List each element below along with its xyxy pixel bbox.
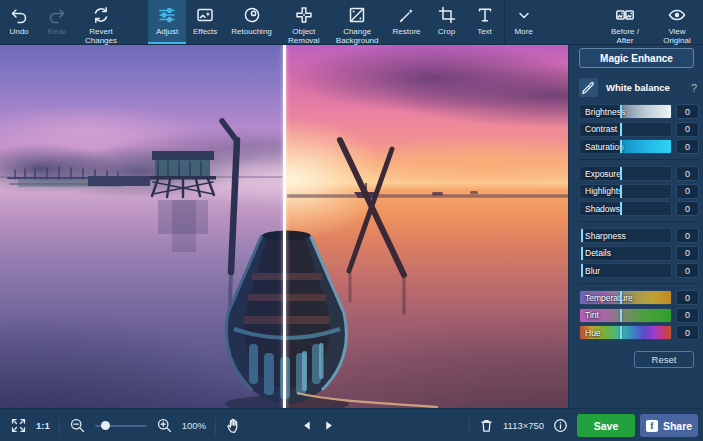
zoom-slider-knob[interactable] (101, 421, 110, 430)
facebook-icon: f (646, 420, 658, 432)
hue-slider-marker[interactable] (620, 326, 622, 339)
details-slider-row: Details0 (579, 246, 699, 261)
toolbar-view-original-button[interactable]: View Original (651, 0, 703, 44)
temperature-slider-marker[interactable] (620, 291, 622, 304)
toolbar-before-after-button[interactable]: Before / After (599, 0, 651, 44)
undo-icon (9, 5, 29, 25)
shadows-slider-row: Shadows0 (579, 201, 699, 216)
save-button[interactable]: Save (577, 414, 635, 437)
contrast-slider-marker[interactable] (620, 123, 622, 136)
white-balance-eyedropper-button[interactable] (579, 78, 598, 97)
exposure-slider[interactable]: Exposure (579, 166, 672, 181)
highlights-slider[interactable]: Highlights (579, 184, 672, 199)
delete-image-button[interactable] (478, 417, 495, 434)
magic-enhance-button[interactable]: Magic Enhance (579, 48, 694, 68)
toolbar-change-background-label: Change Background (336, 27, 379, 45)
shadows-slider[interactable]: Shadows (579, 201, 672, 216)
contrast-slider-row: Contrast0 (579, 122, 699, 137)
sharpness-slider[interactable]: Sharpness (579, 228, 672, 243)
brightness-slider-marker[interactable] (620, 105, 622, 118)
tint-value-box[interactable]: 0 (676, 308, 699, 323)
contrast-slider[interactable]: Contrast (579, 122, 672, 137)
contrast-value-box[interactable]: 0 (676, 122, 699, 137)
highlights-slider-marker[interactable] (620, 185, 622, 198)
saturation-slider-marker[interactable] (620, 140, 622, 153)
shadows-slider-marker[interactable] (620, 202, 622, 215)
toolbar-more-button[interactable]: More (505, 0, 543, 44)
share-button[interactable]: f Share (640, 414, 698, 437)
object-removal-icon (294, 5, 314, 25)
status-bar: 1:1 100% 1113×750 Save f Share (0, 408, 703, 441)
toolbar-redo-button[interactable]: Redo (38, 0, 76, 44)
toolbar-undo-button[interactable]: Undo (0, 0, 38, 44)
hue-slider[interactable]: Hue (579, 325, 672, 340)
toolbar-adjust-button[interactable]: Adjust (148, 0, 186, 44)
brightness-slider[interactable]: Brightness (579, 104, 672, 119)
toolbar-text-button[interactable]: Text (466, 0, 504, 44)
toolbar-revert-changes-button[interactable]: Revert Changes (76, 0, 126, 44)
shadows-value-box[interactable]: 0 (676, 201, 699, 216)
toolbar-effects-label: Effects (193, 27, 217, 36)
photo-canvas[interactable] (0, 45, 568, 408)
white-balance-row: White balance ? (579, 78, 699, 97)
toolbar-retouching-button[interactable]: Retouching (224, 0, 278, 44)
toolbar-retouching-label: Retouching (231, 27, 271, 36)
brightness-value-box[interactable]: 0 (676, 104, 699, 119)
details-slider[interactable]: Details (579, 246, 672, 261)
slider-group-3: Sharpness0Details0Blur0 (579, 221, 699, 278)
reset-row: Reset (579, 351, 694, 368)
zoom-in-button[interactable] (156, 417, 173, 434)
hue-value-box[interactable]: 0 (676, 325, 699, 340)
actual-size-button[interactable]: 1:1 (36, 420, 50, 431)
action-buttons: Save f Share (577, 409, 698, 441)
toolbar-restore-button[interactable]: Restore (386, 0, 428, 44)
toolbar-effects-button[interactable]: Effects (186, 0, 224, 44)
toolbar-spacer (126, 0, 148, 44)
highlights-value-box[interactable]: 0 (676, 184, 699, 199)
zoom-controls: 1:1 100% (10, 409, 242, 441)
details-value-box[interactable]: 0 (676, 246, 699, 261)
blur-label: Blur (585, 266, 600, 276)
before-after-divider[interactable] (283, 45, 286, 408)
next-arrow-icon (321, 418, 336, 433)
blur-slider[interactable]: Blur (579, 263, 672, 278)
tint-slider[interactable]: Tint (579, 308, 672, 323)
sharpness-slider-marker[interactable] (581, 229, 583, 242)
toolbar-object-removal-button[interactable]: Object Removal (279, 0, 329, 44)
hand-tool-button[interactable] (225, 417, 242, 434)
zoom-out-button[interactable] (69, 417, 86, 434)
exposure-value-box[interactable]: 0 (676, 166, 699, 181)
temperature-slider[interactable]: Temperature (579, 290, 672, 305)
image-info-button[interactable] (552, 417, 569, 434)
toolbar-before-after-label: Before / After (611, 27, 639, 45)
highlights-label: Highlights (585, 186, 622, 196)
details-slider-marker[interactable] (581, 247, 583, 260)
separator (469, 417, 470, 435)
blur-value-box[interactable]: 0 (676, 263, 699, 278)
adjust-panel: Magic Enhance White balance ? Brightness… (568, 45, 703, 408)
reset-button[interactable]: Reset (634, 351, 694, 368)
fit-to-screen-button[interactable] (10, 417, 27, 434)
slider-group-1: Brightness0Contrast0Saturation0 (579, 101, 699, 154)
exposure-slider-row: Exposure0 (579, 166, 699, 181)
sharpness-value-box[interactable]: 0 (676, 228, 699, 243)
toolbar-redo-label: Redo (47, 27, 66, 36)
zoom-slider[interactable] (95, 420, 147, 432)
toolbar-change-background-button[interactable]: Change Background (329, 0, 386, 44)
temperature-value-box[interactable]: 0 (676, 290, 699, 305)
exposure-slider-marker[interactable] (620, 167, 622, 180)
toolbar-undo-label: Undo (9, 27, 28, 36)
info-icon (552, 417, 569, 434)
toolbar-revert-changes-label: Revert Changes (85, 27, 117, 45)
saturation-slider[interactable]: Saturation (579, 139, 672, 154)
next-image-button[interactable] (321, 418, 336, 433)
previous-image-button[interactable] (300, 418, 315, 433)
saturation-value-box[interactable]: 0 (676, 139, 699, 154)
toolbar-crop-button[interactable]: Crop (428, 0, 466, 44)
image-dimensions: 1113×750 (503, 420, 544, 431)
crop-icon (437, 5, 457, 25)
tint-slider-marker[interactable] (620, 309, 622, 322)
blur-slider-row: Blur0 (579, 263, 699, 278)
blur-slider-marker[interactable] (581, 264, 583, 277)
white-balance-help-button[interactable]: ? (691, 82, 697, 94)
